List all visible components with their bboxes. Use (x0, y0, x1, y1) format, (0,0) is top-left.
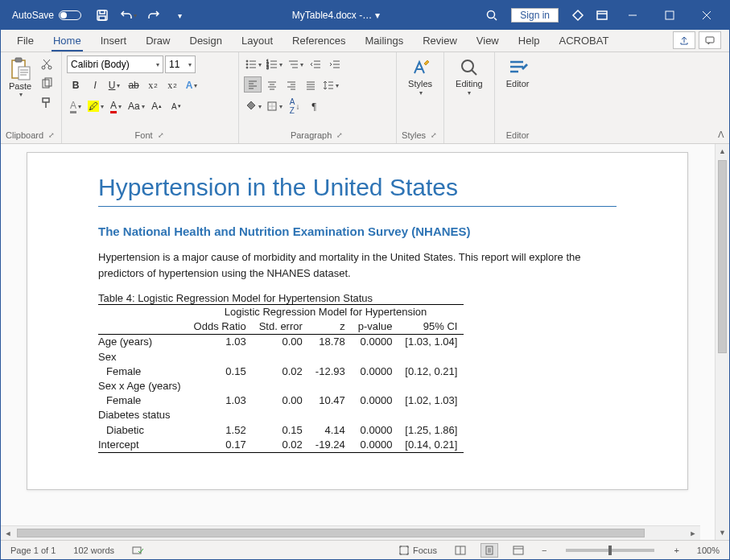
word-count[interactable]: 102 words (70, 544, 118, 557)
page-count[interactable]: Page 1 of 1 (7, 544, 59, 557)
col-z: z (309, 319, 352, 335)
undo-button[interactable]: ▾ (117, 4, 139, 27)
clipboard-launcher[interactable]: ⤢ (47, 130, 56, 140)
font-color-button[interactable]: A▾ (107, 97, 125, 115)
regression-table: Logistic Regression Model for Hypertensi… (98, 304, 464, 453)
minimize-button[interactable] (615, 3, 650, 27)
align-center-button[interactable] (263, 76, 281, 94)
zoom-level[interactable]: 100% (694, 544, 723, 557)
page[interactable]: Hypertension in the United States The Na… (27, 152, 688, 490)
tab-insert[interactable]: Insert (91, 31, 137, 51)
justify-button[interactable] (302, 76, 320, 94)
italic-button[interactable]: I (86, 76, 104, 94)
cut-button[interactable] (38, 56, 56, 73)
strikethrough-button[interactable]: ab (125, 76, 142, 94)
share-button[interactable] (673, 31, 695, 49)
tab-help[interactable]: Help (509, 31, 550, 51)
web-layout-button[interactable] (509, 543, 527, 558)
shading-button[interactable]: ▾ (244, 97, 263, 115)
table-row: Age (years)1.030.0018.780.0000[1.03, 1.0… (98, 335, 464, 350)
zoom-out-button[interactable]: − (538, 544, 550, 557)
borders-button[interactable]: ▾ (265, 97, 284, 115)
format-painter-button[interactable] (38, 94, 56, 112)
tab-home[interactable]: Home (43, 31, 91, 51)
redo-button[interactable] (142, 4, 165, 27)
bullets-button[interactable]: ▾ (244, 56, 263, 73)
horizontal-scrollbar[interactable]: ◄ ► (1, 525, 700, 540)
document-scroll[interactable]: Hypertension in the United States The Na… (1, 144, 715, 540)
font-color2-button[interactable]: A▾ (67, 97, 85, 115)
scroll-right-icon[interactable]: ► (686, 526, 700, 540)
collapse-ribbon-button[interactable]: ᐱ (718, 130, 724, 140)
read-mode-button[interactable] (452, 543, 469, 558)
svg-rect-6 (706, 37, 714, 43)
paste-button[interactable]: Paste ▾ (6, 56, 35, 98)
ribbon-tabs: File Home Insert Draw Design Layout Refe… (1, 30, 729, 52)
sign-in-button[interactable]: Sign in (511, 8, 559, 23)
autosave-toggle[interactable]: AutoSave (6, 8, 88, 23)
tab-review[interactable]: Review (413, 31, 467, 51)
svg-point-3 (488, 11, 495, 19)
multilevel-button[interactable]: ▾ (286, 56, 305, 73)
vertical-scrollbar[interactable]: ▲ ▼ (715, 144, 729, 540)
superscript-button[interactable]: x2 (163, 76, 181, 94)
text-effects-button[interactable]: A▾ (183, 76, 200, 94)
maximize-button[interactable] (652, 3, 687, 27)
zoom-in-button[interactable]: + (670, 544, 682, 557)
qat-dropdown[interactable]: ▾ (168, 4, 191, 27)
sort-button[interactable]: AZ↓ (286, 97, 303, 115)
print-layout-button[interactable] (480, 543, 498, 558)
focus-mode-button[interactable]: Focus (395, 543, 440, 558)
table-row: Diabetes status (98, 408, 464, 422)
font-launcher[interactable]: ⤢ (156, 130, 166, 140)
editing-label: Editing (456, 79, 483, 89)
styles-button[interactable]: Styles ▾ (402, 56, 439, 97)
vscroll-thumb[interactable] (718, 160, 727, 353)
bold-button[interactable]: B (67, 76, 85, 94)
table-row: Diabetic1.520.154.140.0000[1.25, 1.86] (98, 423, 464, 438)
zoom-slider[interactable] (566, 549, 654, 552)
scroll-down-icon[interactable]: ▼ (716, 525, 729, 540)
scroll-left-icon[interactable]: ◄ (1, 526, 15, 540)
search-button[interactable] (480, 9, 503, 22)
underline-button[interactable]: U▾ (105, 76, 123, 94)
ribbon-display-button[interactable] (591, 4, 613, 27)
svg-point-10 (42, 66, 45, 69)
line-spacing-button[interactable]: ▾ (321, 76, 340, 94)
tab-design[interactable]: Design (180, 31, 232, 51)
tab-acrobat[interactable]: ACROBAT (550, 31, 619, 51)
align-right-button[interactable] (283, 76, 300, 94)
tab-layout[interactable]: Layout (232, 31, 283, 51)
subscript-button[interactable]: x2 (144, 76, 162, 94)
grow-font-button[interactable]: A▴ (148, 97, 166, 115)
tab-draw[interactable]: Draw (136, 31, 179, 51)
tab-references[interactable]: References (283, 31, 355, 51)
diamond-icon[interactable] (567, 4, 589, 27)
hscroll-thumb[interactable] (17, 529, 645, 537)
svg-point-15 (246, 60, 248, 62)
tab-view[interactable]: View (467, 31, 509, 51)
change-case-button[interactable]: Aa▾ (126, 97, 146, 115)
numbering-button[interactable]: 123▾ (265, 56, 284, 73)
tab-mailings[interactable]: Mailings (356, 31, 414, 51)
font-name-combo[interactable]: Calibri (Body)▾ (67, 56, 163, 73)
editor-button[interactable]: Editor (500, 56, 536, 89)
scroll-up-icon[interactable]: ▲ (716, 144, 729, 159)
show-marks-button[interactable]: ¶ (305, 97, 323, 115)
save-button[interactable] (91, 4, 113, 27)
increase-indent-button[interactable] (326, 56, 344, 73)
spellcheck-status[interactable] (129, 543, 146, 558)
paragraph-launcher[interactable]: ⤢ (335, 130, 344, 140)
decrease-indent-button[interactable] (307, 56, 324, 73)
doc-heading: The National Health and Nutrition Examin… (98, 224, 617, 238)
align-left-button[interactable] (244, 76, 262, 93)
editing-button[interactable]: Editing ▾ (449, 56, 489, 97)
copy-button[interactable] (38, 75, 56, 93)
shrink-font-button[interactable]: A▾ (167, 97, 185, 115)
tab-file[interactable]: File (7, 31, 43, 51)
highlight-button[interactable]: 🖊▾ (86, 97, 105, 115)
styles-launcher[interactable]: ⤢ (429, 130, 439, 140)
close-button[interactable] (689, 3, 724, 27)
comments-button[interactable] (699, 31, 721, 49)
font-size-combo[interactable]: 11▾ (165, 56, 196, 73)
